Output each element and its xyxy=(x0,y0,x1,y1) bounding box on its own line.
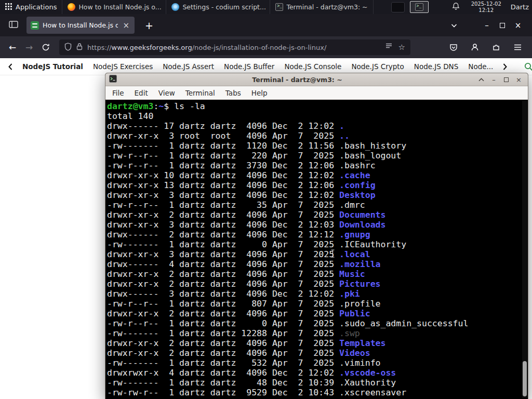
urlbar-end-icons: ☆ xyxy=(385,43,405,52)
firefox-view-button[interactable] xyxy=(4,18,23,33)
firefox-icon xyxy=(68,3,75,11)
top-panel: Applications How to Install Node.js o...… xyxy=(0,0,532,14)
url-text[interactable]: https://www.geeksforgeeks.org/node-js/in… xyxy=(87,44,381,51)
terminal-output-line: -rw------- 1 dartz dartz 532 Apr 7 2025 … xyxy=(107,358,528,368)
terminal-listing: drwx------ 17 dartz dartz 4096 Dec 2 12:… xyxy=(107,121,528,397)
terminal-output-line: -rw-rw-r-- 1 dartz dartz 9529 Dec 2 10:4… xyxy=(107,388,528,397)
terminal-output-line: -rw-r--r-- 1 dartz dartz 807 Apr 7 2025 … xyxy=(107,299,528,309)
pocket-icon[interactable] xyxy=(445,39,462,55)
applications-menu-button[interactable]: Applications xyxy=(0,0,62,14)
tracking-shield-icon[interactable] xyxy=(64,43,72,52)
terminal-window-controls: – × xyxy=(477,76,524,84)
tab-close-icon[interactable]: × xyxy=(122,21,130,30)
terminal-output-line: drwxr-xr-x 2 dartz dartz 4096 Apr 7 2025… xyxy=(107,269,528,279)
settings-icon xyxy=(171,3,179,11)
site-nav-link[interactable]: NodeJS Tutorial xyxy=(22,62,83,71)
toolbar-right-icons xyxy=(445,39,528,55)
site-nav-link[interactable]: Node.JS Assert xyxy=(163,62,214,71)
browser-tab-bar: How to Install Node.js on × + – × xyxy=(0,14,532,36)
bookmark-star-icon[interactable]: ☆ xyxy=(398,43,405,52)
terminal-scrollbar[interactable] xyxy=(522,101,527,398)
terminal-output-line: drwxr-xr-x 2 dartz dartz 4096 Apr 7 2025… xyxy=(107,279,528,289)
reader-mode-icon[interactable] xyxy=(385,43,392,52)
notification-bell-button[interactable] xyxy=(446,2,466,12)
site-nav-link[interactable]: Node.JS Buffer xyxy=(224,62,274,71)
terminal-titlebar[interactable]: Terminal - dartz@vm3: ~ – × xyxy=(105,73,528,86)
terminal-output-line: -rw-r--r-- 1 dartz dartz 3730 Dec 2 12:0… xyxy=(107,161,528,170)
terminal-menu-file[interactable]: File xyxy=(107,87,129,99)
terminal-title: Terminal - dartz@vm3: ~ xyxy=(117,76,477,84)
panel-user-label[interactable]: Dartz xyxy=(507,3,532,11)
terminal-rollup-button[interactable] xyxy=(477,78,485,82)
terminal-output-line: drwxrwxr-x 4 dartz dartz 4096 Dec 2 12:0… xyxy=(107,368,528,378)
terminal-output-line: -rw------- 1 dartz dartz 12288 Apr 7 202… xyxy=(107,328,528,338)
new-tab-button[interactable]: + xyxy=(141,19,157,32)
firefox-view-icon xyxy=(9,20,18,30)
back-button[interactable]: ← xyxy=(4,39,21,55)
terminal-menu-help[interactable]: Help xyxy=(246,87,273,99)
window-minimize-button[interactable]: – xyxy=(479,21,495,30)
panel-tasklist: How to Install Node.js o...Settings - co… xyxy=(62,0,373,14)
site-search-icon[interactable] xyxy=(524,62,532,71)
url-path: /node-js/installation-of-node-js-on-linu… xyxy=(192,44,327,51)
terminal-minimize-button[interactable]: – xyxy=(490,76,498,84)
bell-icon xyxy=(452,2,460,12)
terminal-window: Terminal - dartz@vm3: ~ – × FileEditView… xyxy=(105,73,528,399)
panel-extra-items xyxy=(391,0,429,14)
terminal-close-button[interactable]: × xyxy=(515,76,523,84)
terminal-titlebar-icon xyxy=(109,75,117,85)
window-controls: – × xyxy=(451,21,532,30)
panel-window-box[interactable] xyxy=(391,2,405,12)
terminal-menu-view[interactable]: View xyxy=(153,87,180,99)
reload-button[interactable] xyxy=(37,39,54,55)
site-nav-link[interactable]: NodeJS Exercises xyxy=(93,62,153,71)
panel-clock[interactable]: 2025-12-02 12:12 xyxy=(466,1,507,13)
scrollbar-thumb[interactable] xyxy=(523,361,527,396)
terminal-output-line: drwxr-xr-x 3 dartz dartz 4096 Dec 2 12:0… xyxy=(107,220,528,230)
terminal-output-line: drwxr-xr-x 3 dartz dartz 4096 Apr 7 2025… xyxy=(107,249,528,259)
terminal-screen[interactable]: dartz@vm3:~$ ls -la total 140 drwx------… xyxy=(105,100,528,399)
terminal-tray-icon xyxy=(415,3,423,11)
terminal-output-line: -rw-r--r-- 1 dartz dartz 220 Apr 7 2025 … xyxy=(107,151,528,161)
lock-icon[interactable] xyxy=(76,43,83,52)
site-nav-link[interactable]: Node.JS Console xyxy=(284,62,341,71)
mouse-cursor xyxy=(330,249,335,260)
window-maximize-button[interactable] xyxy=(495,21,510,30)
typed-command: ls -la xyxy=(169,101,205,111)
panel-window-button[interactable]: How to Install Node.js o... xyxy=(62,0,166,14)
forward-button[interactable]: → xyxy=(21,39,37,55)
panel-window-title: Terminal - dartz@vm3: ~ xyxy=(286,3,367,11)
site-nav-back-chevron[interactable] xyxy=(8,63,12,70)
terminal-output-line: drwxr-xr-x 2 dartz dartz 4096 Apr 7 2025… xyxy=(107,210,528,220)
menu-hamburger-icon[interactable] xyxy=(509,39,526,55)
site-nav-link[interactable]: Node.JS Crypto xyxy=(351,62,404,71)
panel-window-title: How to Install Node.js o... xyxy=(78,3,161,11)
terminal-menu-edit[interactable]: Edit xyxy=(129,87,153,99)
window-close-button[interactable]: × xyxy=(510,21,526,30)
terminal-maximize-button[interactable] xyxy=(502,77,510,82)
tab-list-chevron-icon[interactable] xyxy=(451,23,457,28)
site-nav-link[interactable]: Node... xyxy=(468,62,493,71)
terminal-output-line: drwx------ 3 dartz dartz 4096 Dec 2 12:0… xyxy=(107,289,528,299)
terminal-menu-terminal[interactable]: Terminal xyxy=(180,87,220,99)
panel-window-button[interactable]: Terminal - dartz@vm3: ~ xyxy=(270,0,373,14)
terminal-output-line: -rw------- 1 dartz dartz 48 Dec 2 10:39 … xyxy=(107,378,528,388)
terminal-output-line: drwxr-xr-x 13 dartz dartz 4096 Dec 2 12:… xyxy=(107,180,528,190)
clock-date: 2025-12-02 xyxy=(471,1,501,7)
site-nav-forward-chevron[interactable] xyxy=(503,63,507,70)
url-protocol: https:// xyxy=(87,44,112,51)
terminal-menu-tabs[interactable]: Tabs xyxy=(220,87,246,99)
terminal-output-line: drwxr-xr-x 2 dartz dartz 4096 Apr 7 2025… xyxy=(107,309,528,318)
terminal-output-line: drwxr-xr-x 2 dartz dartz 4096 Apr 7 2025… xyxy=(107,348,528,358)
url-bar[interactable]: https://www.geeksforgeeks.org/node-js/in… xyxy=(59,39,410,55)
terminal-output-line: drwxr-xr-x 3 root root 4096 Apr 7 2025 .… xyxy=(107,131,528,141)
terminal-output-line: -rw-r--r-- 1 dartz dartz 0 Apr 7 2025 .s… xyxy=(107,318,528,328)
site-nav-link[interactable]: Node.JS DNS xyxy=(414,62,458,71)
terminal-output-line: drwxr-xr-x 3 dartz dartz 4096 Dec 2 12:0… xyxy=(107,190,528,200)
browser-tab[interactable]: How to Install Node.js on × xyxy=(26,17,135,34)
terminal-tray-button[interactable] xyxy=(410,1,429,13)
extensions-icon[interactable] xyxy=(488,39,504,55)
panel-window-button[interactable]: Settings - codium script... xyxy=(166,0,270,14)
account-icon[interactable] xyxy=(467,39,483,55)
clock-time: 12:12 xyxy=(471,7,501,14)
